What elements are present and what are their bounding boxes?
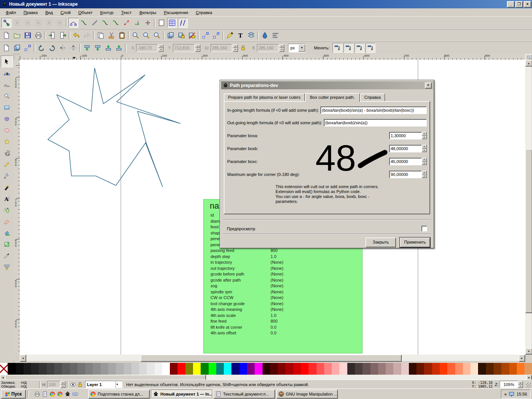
scroll-left-button[interactable]: ◄ (20, 355, 26, 362)
palette-swatch[interactable] (455, 363, 463, 375)
tool-text[interactable] (1, 193, 13, 204)
palette-swatch[interactable] (370, 363, 378, 375)
menu-item[interactable]: Слой (57, 10, 74, 16)
rotate-ccw-button[interactable] (36, 43, 46, 53)
vertical-scrollbar[interactable]: ▲ ▼ (525, 54, 532, 355)
snap-bbox[interactable] (12, 18, 22, 28)
import-button[interactable] (47, 30, 57, 40)
opacity-field[interactable]: 100 (47, 381, 60, 388)
dialog-tab[interactable]: Box cutter prepare path. (305, 93, 360, 102)
fill-stroke-dialog-button[interactable] (260, 30, 270, 40)
palette-swatch[interactable] (517, 363, 524, 375)
y-field[interactable]: 712,819 (173, 44, 195, 52)
cut-button[interactable] (106, 30, 116, 40)
palette-swatch[interactable] (193, 363, 201, 375)
palette-swatch[interactable] (347, 363, 355, 375)
layer-lock-icon[interactable] (77, 382, 83, 388)
palette-swatch[interactable] (93, 363, 100, 375)
menu-item[interactable]: Объект (75, 10, 96, 16)
snap-line-midpoints[interactable] (122, 18, 131, 28)
new-document-button[interactable] (2, 30, 11, 40)
param-spinbox[interactable]: 1,30000 ▲▼ (389, 132, 427, 139)
palette-swatch[interactable] (8, 363, 16, 375)
keyboard-icon[interactable] (72, 391, 78, 397)
snap-object-centers[interactable] (132, 18, 142, 28)
horizontal-scroll-thumb[interactable] (141, 355, 402, 362)
task-button[interactable]: Подготовка станка дл... (88, 390, 150, 399)
close-button[interactable]: × (524, 1, 531, 8)
palette-swatch[interactable] (494, 363, 501, 375)
snap-bbox-edge-midpoints[interactable] (44, 18, 54, 28)
horizontal-ruler[interactable]: -200-1000100200300400500600700800900 (20, 54, 525, 60)
y-spinner[interactable]: ▲▼ (195, 44, 200, 52)
zoom-page-button[interactable] (152, 30, 162, 40)
param-value-input[interactable]: 1,30000 (389, 132, 422, 139)
lower-to-bottom-button[interactable] (82, 43, 92, 53)
palette-swatch[interactable] (278, 363, 285, 375)
zoom-drawing-button[interactable] (141, 30, 151, 40)
palette-swatch[interactable] (47, 363, 54, 375)
tool-zoom[interactable] (1, 90, 13, 101)
palette-swatch[interactable] (31, 363, 39, 375)
snap-cusp-nodes[interactable] (100, 18, 110, 28)
palette-swatch[interactable] (54, 363, 62, 375)
palette-swatch[interactable] (447, 363, 455, 375)
drawn-star-path[interactable] (48, 68, 180, 187)
width-field[interactable]: 285,160 (211, 44, 232, 52)
param-value-input[interactable]: 48,00000 (389, 145, 422, 152)
zoom-selection-button[interactable] (131, 30, 141, 40)
palette-swatch[interactable] (147, 363, 154, 375)
snap-bbox-centers[interactable] (55, 18, 65, 28)
tool-calligraphy[interactable] (1, 182, 13, 193)
width-spinner[interactable]: ▲▼ (233, 44, 238, 52)
layers-dialog-button[interactable] (246, 30, 256, 40)
palette-swatch[interactable] (509, 363, 517, 375)
paste-button[interactable] (117, 30, 127, 40)
palette-swatch[interactable] (0, 363, 8, 375)
palette-swatch[interactable] (177, 363, 185, 375)
tool-node-editor[interactable] (1, 68, 13, 79)
affect-move-toggle[interactable] (332, 43, 342, 53)
palette-scrollbar[interactable]: ◄ ► (0, 375, 532, 380)
tool-gradient[interactable] (1, 239, 13, 250)
snap-paths[interactable] (79, 18, 89, 28)
snap-page-border[interactable] (157, 18, 166, 28)
palette-swatch[interactable] (363, 363, 370, 375)
palette-swatch[interactable] (524, 363, 532, 375)
palette-swatch[interactable] (501, 363, 509, 375)
unlink-clone-button[interactable] (187, 30, 197, 40)
print-button[interactable] (33, 30, 43, 40)
palette-swatch[interactable] (139, 363, 147, 375)
palette-swatch[interactable] (301, 363, 309, 375)
dialog-titlebar[interactable]: Path preparations-dev × (221, 81, 433, 89)
menu-item[interactable]: Фильтры (136, 10, 160, 16)
vertical-scroll-thumb[interactable] (525, 149, 532, 313)
menu-item[interactable]: Расширения (160, 10, 192, 16)
palette-swatch[interactable] (355, 363, 363, 375)
raise-button[interactable] (103, 43, 113, 53)
scroll-right-button[interactable]: ► (519, 355, 525, 362)
menu-item[interactable]: Вид (42, 10, 56, 16)
dialog-tab[interactable]: Prepare path for plasma or laser cuters (224, 93, 305, 101)
palette-swatch[interactable] (255, 363, 262, 375)
palette-swatch[interactable] (162, 363, 170, 375)
palette-swatch[interactable] (424, 363, 432, 375)
duplicate-button[interactable] (166, 30, 176, 40)
menu-item[interactable]: Файл (2, 10, 19, 16)
palette-swatch[interactable] (440, 363, 447, 375)
xml-editor-button[interactable] (225, 30, 235, 40)
redo-button[interactable] (82, 30, 92, 40)
menu-item[interactable]: Контур (97, 10, 117, 16)
palette-swatch[interactable] (416, 363, 424, 375)
palette-swatch[interactable] (247, 363, 255, 375)
open-document-button[interactable] (12, 30, 22, 40)
height-field[interactable]: 285,160 (257, 44, 279, 52)
tool-connector[interactable] (1, 261, 13, 272)
palette-swatch[interactable] (62, 363, 70, 375)
horizontal-scrollbar[interactable]: ◄ ► (20, 355, 525, 361)
palette-swatch[interactable] (231, 363, 239, 375)
tray-chevron[interactable]: « (504, 392, 507, 396)
palette-swatch[interactable] (409, 363, 416, 375)
scroll-down-button[interactable]: ▼ (525, 348, 532, 355)
zoom-spinner[interactable]: ▲▼ (518, 381, 523, 388)
